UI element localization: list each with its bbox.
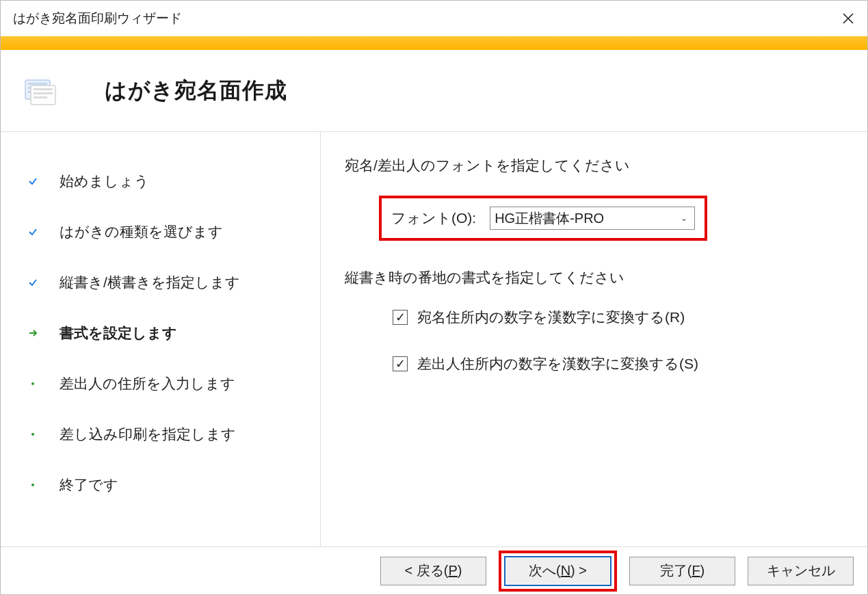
back-button[interactable]: < 戻る(P) [380, 557, 486, 585]
svg-rect-5 [34, 88, 53, 90]
font-label: フォント(O): [391, 209, 476, 228]
wizard-window: はがき宛名面印刷ウィザード はがき宛名面作成 始めましょう [0, 0, 868, 595]
header-title: はがき宛名面作成 [105, 76, 287, 106]
font-value: HG正楷書体-PRO [495, 209, 604, 228]
finish-button[interactable]: 完了(F) [629, 557, 735, 585]
font-select[interactable]: HG正楷書体-PRO ⌄ [490, 207, 695, 230]
check-icon [28, 278, 38, 287]
dot-icon [28, 480, 38, 490]
titlebar: はがき宛名面印刷ウィザード [1, 1, 867, 36]
chevron-down-icon: ⌄ [681, 213, 687, 223]
next-button[interactable]: 次へ(N) > [505, 557, 611, 585]
svg-rect-7 [34, 96, 47, 98]
checkbox-icon: ✓ [393, 356, 408, 371]
header: はがき宛名面作成 [1, 50, 867, 132]
font-section-heading: 宛名/差出人のフォントを指定してください [345, 156, 847, 175]
arrow-right-icon [28, 328, 38, 338]
step-item: 始めましょう [28, 156, 320, 207]
svg-point-9 [31, 433, 34, 436]
dot-icon [28, 379, 38, 388]
checkbox-label: 差出人住所内の数字を漢数字に変換する(S) [417, 354, 698, 373]
checkbox-label: 宛名住所内の数字を漢数字に変換する(R) [417, 308, 685, 327]
step-item: はがきの種類を選びます [28, 207, 320, 257]
font-select-box[interactable]: HG正楷書体-PRO ⌄ [490, 207, 695, 230]
check-icon [28, 227, 38, 237]
step-label: はがきの種類を選びます [60, 222, 223, 241]
cancel-button-label: キャンセル [767, 561, 835, 580]
step-item: 差し込み印刷を指定します [28, 409, 320, 460]
step-label: 縦書き/横書きを指定します [60, 273, 240, 292]
svg-point-10 [31, 484, 34, 486]
body: 始めましょう はがきの種類を選びます 縦書き/横書きを指定します 書式を設定しま… [1, 132, 867, 546]
next-button-label: 次へ(N) > [529, 561, 587, 580]
close-button[interactable] [829, 1, 867, 36]
svg-rect-6 [34, 92, 53, 94]
step-item: 縦書き/横書きを指定します [28, 257, 320, 308]
back-button-label: < 戻る(P) [405, 561, 462, 580]
check-icon [28, 176, 38, 186]
finish-button-label: 完了(F) [660, 561, 705, 580]
svg-point-8 [31, 382, 34, 385]
close-icon [842, 12, 854, 25]
svg-rect-1 [28, 83, 47, 85]
checkbox-recipient-kanji[interactable]: ✓ 宛名住所内の数字を漢数字に変換する(R) [393, 308, 847, 327]
dot-icon [28, 429, 38, 439]
step-item: 差出人の住所を入力します [28, 358, 320, 409]
cancel-button[interactable]: キャンセル [748, 557, 854, 585]
font-row-highlight: フォント(O): HG正楷書体-PRO ⌄ [379, 196, 707, 241]
step-label: 始めましょう [60, 172, 149, 191]
content-panel: 宛名/差出人のフォントを指定してください フォント(O): HG正楷書体-PRO… [321, 132, 867, 546]
next-button-highlight: 次へ(N) > [499, 551, 617, 592]
step-label: 差し込み印刷を指定します [60, 425, 236, 444]
format-section-heading: 縦書き時の番地の書式を指定してください [345, 268, 847, 287]
accent-bar [1, 36, 867, 50]
footer: < 戻る(P) 次へ(N) > 完了(F) キャンセル [1, 546, 867, 594]
step-item: 終了です [28, 460, 320, 510]
wizard-icon [21, 73, 57, 109]
step-label: 書式を設定します [60, 323, 177, 343]
checkbox-icon: ✓ [393, 310, 408, 325]
step-label: 終了です [60, 475, 118, 494]
step-item-current: 書式を設定します [28, 308, 320, 358]
window-title: はがき宛名面印刷ウィザード [13, 10, 182, 27]
step-label: 差出人の住所を入力します [60, 374, 235, 393]
checkbox-sender-kanji[interactable]: ✓ 差出人住所内の数字を漢数字に変換する(S) [393, 354, 847, 373]
steps-sidebar: 始めましょう はがきの種類を選びます 縦書き/横書きを指定します 書式を設定しま… [1, 132, 321, 546]
